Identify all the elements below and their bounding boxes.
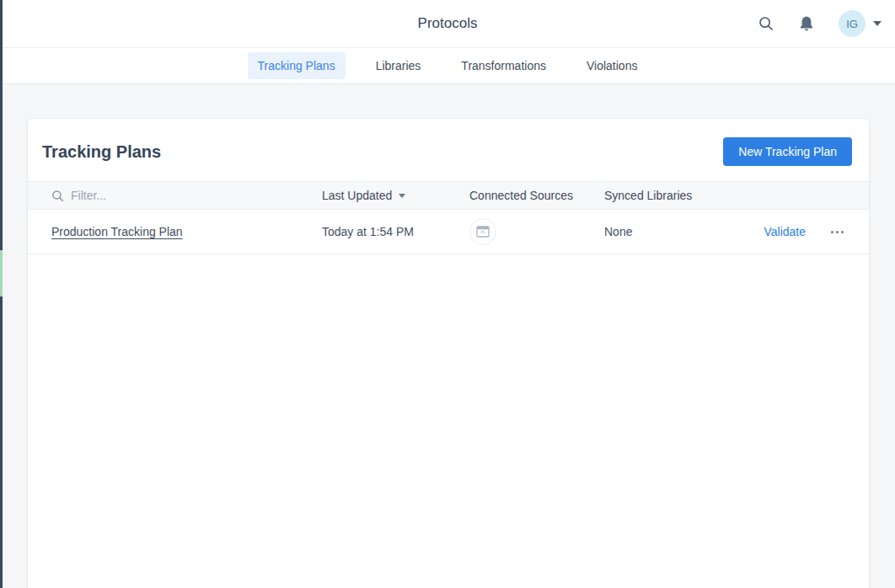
tab-violations[interactable]: Violations [576, 52, 647, 79]
table-row: Production Tracking Plan Today at 1:54 P… [28, 210, 869, 254]
sidebar-active-indicator [0, 250, 3, 297]
last-updated-value: Today at 1:54 PM [322, 225, 414, 238]
tab-bar: Tracking Plans Libraries Transformations… [0, 48, 895, 84]
column-header-last-updated[interactable]: Last Updated [322, 189, 469, 202]
column-header-label: Connected Sources [469, 189, 573, 202]
column-header-synced-libraries: Synced Libraries [604, 189, 762, 202]
column-header-label: Synced Libraries [604, 189, 692, 202]
row-actions-cell: Validate [762, 225, 845, 238]
column-header-label: Last Updated [322, 189, 392, 202]
last-updated-cell: Today at 1:54 PM [322, 225, 469, 238]
tab-transformations[interactable]: Transformations [451, 52, 556, 79]
filter-input[interactable] [71, 189, 239, 202]
card-title: Tracking Plans [42, 142, 161, 162]
notifications-bell-icon[interactable] [796, 13, 817, 34]
table-header-row: Last Updated Connected Sources Synced Li… [28, 181, 869, 210]
tab-libraries[interactable]: Libraries [366, 52, 431, 79]
filter-cell [51, 189, 322, 202]
filter-search-icon [51, 190, 64, 202]
connected-sources-cell [469, 218, 604, 245]
header-actions: IG [756, 0, 882, 47]
tab-tracking-plans[interactable]: Tracking Plans [248, 52, 346, 79]
tracking-plans-card: Tracking Plans New Tracking Plan Last Up… [27, 118, 870, 588]
plan-name-link[interactable]: Production Tracking Plan [51, 225, 183, 238]
account-caret-down-icon[interactable] [873, 21, 882, 26]
card-header: Tracking Plans New Tracking Plan [28, 119, 869, 181]
top-header: Protocols IG [0, 0, 895, 48]
synced-libraries-cell: None [604, 225, 762, 238]
avatar[interactable]: IG [839, 10, 866, 37]
plan-name-cell: Production Tracking Plan [51, 225, 322, 238]
javascript-source-icon[interactable] [469, 218, 496, 245]
row-menu-ellipsis-icon[interactable] [829, 227, 845, 237]
validate-link[interactable]: Validate [764, 225, 806, 238]
column-header-connected-sources: Connected Sources [469, 189, 604, 202]
sidebar-edge [0, 0, 3, 588]
sort-caret-icon [399, 194, 405, 198]
new-tracking-plan-button[interactable]: New Tracking Plan [723, 137, 852, 166]
synced-libraries-value: None [604, 225, 632, 238]
search-icon[interactable] [756, 13, 776, 34]
